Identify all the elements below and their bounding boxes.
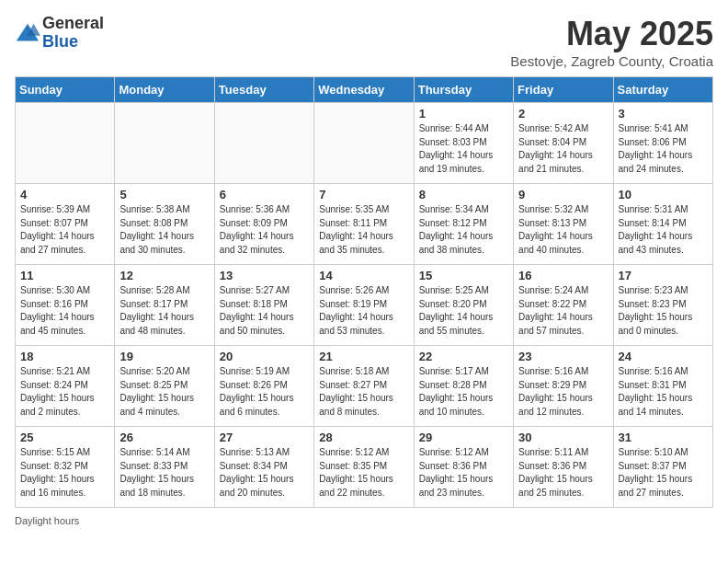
calendar-cell: 12Sunrise: 5:28 AM Sunset: 8:17 PM Dayli… [115, 265, 214, 346]
day-info: Sunrise: 5:10 AM Sunset: 8:37 PM Dayligh… [619, 446, 708, 500]
day-number: 19 [119, 350, 209, 363]
day-number: 16 [518, 269, 608, 282]
calendar-week-2: 4Sunrise: 5:39 AM Sunset: 8:07 PM Daylig… [16, 184, 713, 265]
day-info: Sunrise: 5:24 AM Sunset: 8:22 PM Dayligh… [518, 284, 608, 338]
day-number: 7 [319, 188, 408, 201]
day-info: Sunrise: 5:42 AM Sunset: 8:04 PM Dayligh… [518, 122, 608, 176]
day-info: Sunrise: 5:26 AM Sunset: 8:19 PM Dayligh… [319, 284, 408, 338]
day-info: Sunrise: 5:14 AM Sunset: 8:33 PM Dayligh… [119, 446, 209, 500]
calendar-cell: 16Sunrise: 5:24 AM Sunset: 8:22 PM Dayli… [514, 265, 613, 346]
day-info: Sunrise: 5:36 AM Sunset: 8:09 PM Dayligh… [220, 203, 309, 257]
day-info: Sunrise: 5:13 AM Sunset: 8:34 PM Dayligh… [220, 446, 309, 500]
day-number: 5 [119, 188, 209, 201]
day-info: Sunrise: 5:16 AM Sunset: 8:31 PM Dayligh… [619, 365, 708, 419]
calendar-cell: 14Sunrise: 5:26 AM Sunset: 8:19 PM Dayli… [314, 265, 414, 346]
day-info: Sunrise: 5:17 AM Sunset: 8:28 PM Dayligh… [419, 365, 508, 419]
calendar-cell: 6Sunrise: 5:36 AM Sunset: 8:09 PM Daylig… [214, 184, 313, 265]
day-number: 2 [518, 107, 608, 121]
calendar-week-4: 18Sunrise: 5:21 AM Sunset: 8:24 PM Dayli… [16, 346, 713, 427]
day-info: Sunrise: 5:19 AM Sunset: 8:26 PM Dayligh… [220, 365, 309, 419]
day-number: 31 [619, 431, 708, 444]
page-header: General Blue May 2025 Bestovje, Zagreb C… [15, 15, 713, 69]
calendar-cell: 3Sunrise: 5:41 AM Sunset: 8:06 PM Daylig… [613, 103, 712, 184]
day-number: 25 [20, 431, 109, 444]
day-info: Sunrise: 5:16 AM Sunset: 8:29 PM Dayligh… [518, 365, 608, 419]
column-header-sunday: Sunday [16, 77, 115, 103]
day-info: Sunrise: 5:35 AM Sunset: 8:11 PM Dayligh… [319, 203, 408, 257]
calendar-cell: 25Sunrise: 5:15 AM Sunset: 8:32 PM Dayli… [16, 427, 115, 508]
day-number: 14 [319, 269, 408, 282]
day-number: 6 [220, 188, 309, 201]
day-number: 18 [20, 350, 109, 363]
calendar-cell: 21Sunrise: 5:18 AM Sunset: 8:27 PM Dayli… [314, 346, 414, 427]
day-info: Sunrise: 5:18 AM Sunset: 8:27 PM Dayligh… [319, 365, 408, 419]
calendar-cell: 23Sunrise: 5:16 AM Sunset: 8:29 PM Dayli… [514, 346, 613, 427]
month-title: May 2025 [510, 15, 713, 53]
day-number: 12 [119, 269, 209, 282]
day-info: Sunrise: 5:34 AM Sunset: 8:12 PM Dayligh… [419, 203, 508, 257]
calendar-cell: 19Sunrise: 5:20 AM Sunset: 8:25 PM Dayli… [115, 346, 214, 427]
column-header-tuesday: Tuesday [214, 77, 313, 103]
calendar-footer: Daylight hours [15, 515, 713, 526]
calendar-cell [314, 103, 414, 184]
calendar-week-5: 25Sunrise: 5:15 AM Sunset: 8:32 PM Dayli… [16, 427, 713, 508]
calendar-cell: 4Sunrise: 5:39 AM Sunset: 8:07 PM Daylig… [16, 184, 115, 265]
calendar-cell: 20Sunrise: 5:19 AM Sunset: 8:26 PM Dayli… [214, 346, 313, 427]
calendar-cell: 13Sunrise: 5:27 AM Sunset: 8:18 PM Dayli… [214, 265, 313, 346]
calendar-cell: 8Sunrise: 5:34 AM Sunset: 8:12 PM Daylig… [414, 184, 513, 265]
day-number: 28 [319, 431, 408, 444]
day-info: Sunrise: 5:23 AM Sunset: 8:23 PM Dayligh… [619, 284, 708, 338]
day-number: 21 [319, 350, 408, 363]
calendar-cell: 30Sunrise: 5:11 AM Sunset: 8:36 PM Dayli… [514, 427, 613, 508]
day-number: 29 [419, 431, 508, 444]
column-header-monday: Monday [115, 77, 214, 103]
day-number: 22 [419, 350, 508, 363]
day-number: 27 [220, 431, 309, 444]
calendar-cell: 15Sunrise: 5:25 AM Sunset: 8:20 PM Dayli… [414, 265, 513, 346]
day-number: 24 [619, 350, 708, 363]
logo-general: General [42, 14, 104, 32]
day-number: 8 [419, 188, 508, 201]
day-number: 4 [20, 188, 109, 201]
calendar-cell: 1Sunrise: 5:44 AM Sunset: 8:03 PM Daylig… [414, 103, 513, 184]
day-info: Sunrise: 5:39 AM Sunset: 8:07 PM Dayligh… [20, 203, 109, 257]
title-block: May 2025 Bestovje, Zagreb County, Croati… [510, 15, 713, 69]
location-title: Bestovje, Zagreb County, Croatia [510, 53, 713, 69]
calendar-header-row: SundayMondayTuesdayWednesdayThursdayFrid… [16, 77, 713, 103]
daylight-hours-label: Daylight hours [15, 515, 79, 526]
column-header-saturday: Saturday [613, 77, 712, 103]
calendar-cell: 9Sunrise: 5:32 AM Sunset: 8:13 PM Daylig… [514, 184, 613, 265]
day-number: 9 [518, 188, 608, 201]
day-info: Sunrise: 5:31 AM Sunset: 8:14 PM Dayligh… [619, 203, 708, 257]
calendar-cell [115, 103, 214, 184]
day-number: 20 [220, 350, 309, 363]
calendar-cell: 29Sunrise: 5:12 AM Sunset: 8:36 PM Dayli… [414, 427, 513, 508]
calendar-cell: 17Sunrise: 5:23 AM Sunset: 8:23 PM Dayli… [613, 265, 712, 346]
column-header-friday: Friday [514, 77, 613, 103]
day-info: Sunrise: 5:44 AM Sunset: 8:03 PM Dayligh… [419, 122, 508, 176]
day-info: Sunrise: 5:32 AM Sunset: 8:13 PM Dayligh… [518, 203, 608, 257]
day-info: Sunrise: 5:21 AM Sunset: 8:24 PM Dayligh… [20, 365, 109, 419]
day-info: Sunrise: 5:28 AM Sunset: 8:17 PM Dayligh… [119, 284, 209, 338]
day-number: 10 [619, 188, 708, 201]
day-info: Sunrise: 5:25 AM Sunset: 8:20 PM Dayligh… [419, 284, 508, 338]
logo-blue: Blue [42, 32, 78, 51]
day-info: Sunrise: 5:38 AM Sunset: 8:08 PM Dayligh… [119, 203, 209, 257]
calendar-cell: 26Sunrise: 5:14 AM Sunset: 8:33 PM Dayli… [115, 427, 214, 508]
logo-icon [15, 20, 40, 46]
day-number: 15 [419, 269, 508, 282]
calendar-week-1: 1Sunrise: 5:44 AM Sunset: 8:03 PM Daylig… [16, 103, 713, 184]
day-info: Sunrise: 5:41 AM Sunset: 8:06 PM Dayligh… [619, 122, 708, 176]
day-info: Sunrise: 5:30 AM Sunset: 8:16 PM Dayligh… [20, 284, 109, 338]
day-info: Sunrise: 5:15 AM Sunset: 8:32 PM Dayligh… [20, 446, 109, 500]
calendar-cell: 10Sunrise: 5:31 AM Sunset: 8:14 PM Dayli… [613, 184, 712, 265]
logo: General Blue [15, 15, 104, 52]
calendar-table: SundayMondayTuesdayWednesdayThursdayFrid… [15, 76, 713, 508]
day-number: 26 [119, 431, 209, 444]
column-header-thursday: Thursday [414, 77, 513, 103]
calendar-cell [16, 103, 115, 184]
day-info: Sunrise: 5:11 AM Sunset: 8:36 PM Dayligh… [518, 446, 608, 500]
calendar-cell: 31Sunrise: 5:10 AM Sunset: 8:37 PM Dayli… [613, 427, 712, 508]
logo-text: General Blue [42, 15, 104, 52]
day-number: 13 [220, 269, 309, 282]
